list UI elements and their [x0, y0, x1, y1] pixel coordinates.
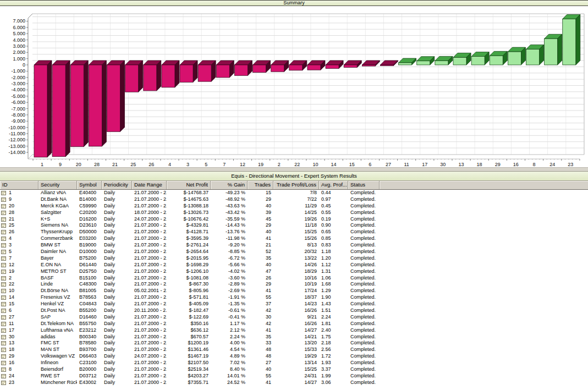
- header-trades[interactable]: Trades: [248, 181, 273, 189]
- report-window-icon[interactable]: [1, 367, 6, 372]
- cell-gain: -35.59 %: [211, 216, 248, 223]
- cell-gain: 7.02 %: [211, 360, 248, 366]
- report-window-icon[interactable]: [1, 289, 6, 293]
- table-row[interactable]: 29Volkswagen VZD66403Daily24.07.2000 - 2…: [0, 353, 588, 360]
- bar-id-25: [125, 61, 143, 92]
- report-window-icon[interactable]: [1, 295, 6, 300]
- table-row[interactable]: 9Dt.Bank NAB14000Daily21.07.2000 - 2...$…: [0, 196, 588, 203]
- cell-status: Completed.: [348, 347, 380, 353]
- table-row[interactable]: 14Fresenius VZB78563Daily21.07.2000 - 2.…: [0, 294, 588, 301]
- cell-date_range: 20.11.2000 - 2...: [132, 307, 167, 314]
- table-row[interactable]: 1Allianz vNAE40400Daily21.07.2000 - 2...…: [0, 190, 588, 196]
- cell-trades: 29: [248, 196, 273, 203]
- cell-periodicity: Daily: [102, 340, 132, 347]
- table-row[interactable]: 25Siemens NAD23610Daily21.07.2000 - 2...…: [0, 222, 588, 229]
- report-window-icon[interactable]: [1, 348, 6, 352]
- table-row[interactable]: 5Daimler NAD10000Daily21.07.2000 - 2...$…: [0, 249, 588, 255]
- table-row[interactable]: 17Lufthansa vNAE23212Daily21.07.2000 - 2…: [0, 327, 588, 334]
- cell-avg_prof: 1.99: [319, 373, 348, 380]
- report-window-icon[interactable]: [1, 270, 6, 274]
- cell-security: K+S: [39, 216, 77, 223]
- table-row[interactable]: 22LindeC48300Daily21.07.2000 - 2...$-867…: [0, 281, 588, 288]
- report-window-icon[interactable]: [1, 204, 6, 208]
- table-row[interactable]: 27SAPD16460Daily21.07.2000 - 2...$-122.6…: [0, 314, 588, 321]
- header-avg_prof[interactable]: Avg. Prof...: [319, 181, 348, 189]
- report-window-icon[interactable]: [1, 276, 6, 281]
- table-row[interactable]: 8BeiersdorfB20000Daily21.07.2000 - 2...$…: [0, 366, 588, 373]
- table-row[interactable]: 12E.ON NAD61440Daily21.07.2000 - 2...$-1…: [0, 262, 588, 268]
- table-row[interactable]: 3BMW STB19000Daily21.07.2000 - 2...$-276…: [0, 242, 588, 249]
- report-window-icon[interactable]: [1, 381, 6, 385]
- report-window-icon[interactable]: [1, 263, 6, 267]
- cell-periodicity: Daily: [102, 366, 132, 373]
- report-window-icon[interactable]: [1, 341, 6, 345]
- table-row[interactable]: 2BASFB15100Daily21.07.2000 - 2...$-1081.…: [0, 275, 588, 282]
- report-window-icon[interactable]: [1, 191, 6, 195]
- cell-status: Completed.: [348, 249, 380, 255]
- report-window-icon[interactable]: [1, 197, 6, 202]
- bar-id-13: [453, 53, 471, 65]
- header-security[interactable]: Security: [39, 181, 77, 189]
- table-row[interactable]: 7BayerB75200Daily21.07.2000 - 2...$-2015…: [0, 255, 588, 262]
- header-symbol[interactable]: Symbol: [77, 181, 102, 189]
- cell-status: Completed.: [348, 340, 380, 347]
- report-window-icon[interactable]: [1, 328, 6, 333]
- table-row[interactable]: 19METRO STD25750Daily21.07.2000 - 2...$-…: [0, 268, 588, 275]
- cell-periodicity: Daily: [102, 327, 132, 334]
- report-window-icon[interactable]: [1, 315, 6, 320]
- x-tick-label: 21: [112, 162, 118, 167]
- table-row[interactable]: 18MAN STB93700Daily21.07.2000 - 2...$136…: [0, 347, 588, 353]
- table-row[interactable]: 20Merck KGaAC59990Daily21.07.2000 - 2...…: [0, 203, 588, 210]
- table-row[interactable]: 4CommerzbankE03200Daily21.07.2000 - 2...…: [0, 235, 588, 242]
- report-window-icon[interactable]: [1, 211, 6, 215]
- table-row[interactable]: 10Dt.Börse NAB81005Daily05.02.2001 - 2..…: [0, 288, 588, 294]
- report-window-icon[interactable]: [1, 230, 6, 234]
- header-status[interactable]: Status: [348, 181, 380, 189]
- y-tick-label: -12.000: [8, 137, 25, 142]
- cell-status: Completed.: [348, 222, 380, 229]
- y-tick-label: -9.000: [11, 118, 25, 124]
- table-row[interactable]: 15Henkel VZC04843Daily21.07.2000 - 2...$…: [0, 301, 588, 307]
- report-window-icon[interactable]: [1, 223, 6, 228]
- cell-gain: -13.76 %: [211, 229, 248, 235]
- cell-net_profit: $-182.47: [167, 307, 211, 314]
- header-periodicity[interactable]: Periodicity: [102, 181, 132, 189]
- table-row[interactable]: 24RWE STD03712Daily21.07.2000 - 2...$420…: [0, 373, 588, 380]
- table-row[interactable]: 11Dt.Telekom NAB55750Daily21.07.2000 - 2…: [0, 321, 588, 327]
- header-date_range[interactable]: Date Range: [132, 181, 167, 189]
- report-window-icon[interactable]: [1, 237, 6, 241]
- report-window-icon[interactable]: [1, 256, 6, 261]
- cell-net_profit: $-1206.10: [167, 268, 211, 275]
- header-id[interactable]: ID: [0, 181, 39, 189]
- table-row[interactable]: 6Dt.Post NAB55200Daily20.11.2000 - 2...$…: [0, 307, 588, 314]
- table-row[interactable]: 28SalzgitterC20200Daily18.07.2000 - 2...…: [0, 210, 588, 216]
- cell-net_profit: $1200.19: [167, 340, 211, 347]
- report-window-icon[interactable]: [1, 322, 6, 326]
- report-window-icon[interactable]: [1, 361, 6, 365]
- report-window-icon[interactable]: [1, 309, 6, 313]
- table-row[interactable]: 21K+SD16200Daily24.07.2000 - 2...$-10676…: [0, 216, 588, 223]
- table-row[interactable]: 26ThyssenKruppD50000Daily21.07.2000 - 2.…: [0, 229, 588, 235]
- cell-id: 9: [0, 196, 39, 203]
- table-row[interactable]: 13FMC STB78580Daily21.07.2000 - 2...$120…: [0, 340, 588, 347]
- report-window-icon[interactable]: [1, 217, 6, 222]
- report-window-icon[interactable]: [1, 302, 6, 306]
- y-tick-label: -3.000: [11, 81, 25, 86]
- report-window-icon[interactable]: [1, 354, 6, 359]
- table-row[interactable]: 30adidasB00340Daily21.07.2000 - 2...$670…: [0, 334, 588, 340]
- cell-symbol: D25750: [77, 268, 102, 275]
- cell-gain: 4.00 %: [211, 340, 248, 347]
- header-trade_pl[interactable]: Trade Profit/Loss: [273, 181, 319, 189]
- cell-id-text: 17: [9, 327, 14, 334]
- table-row[interactable]: 16InfineonC23100Daily21.07.2000 - 2...$2…: [0, 360, 588, 366]
- header-net_profit[interactable]: Net Profit: [167, 181, 211, 189]
- table-row[interactable]: 23Münchener Rück vNAE43002Daily21.07.200…: [0, 380, 588, 386]
- cell-symbol: C48300: [77, 281, 102, 288]
- cell-status: Completed.: [348, 366, 380, 373]
- report-window-icon[interactable]: [1, 250, 6, 254]
- report-window-icon[interactable]: [1, 282, 6, 287]
- report-window-icon[interactable]: [1, 335, 6, 339]
- report-window-icon[interactable]: [1, 243, 6, 248]
- header-gain[interactable]: % Gain: [211, 181, 248, 189]
- report-window-icon[interactable]: [1, 374, 6, 378]
